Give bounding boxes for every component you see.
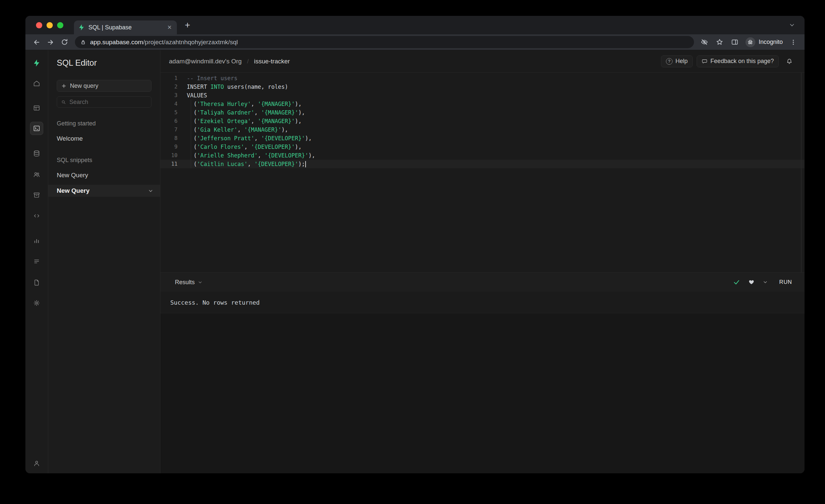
url-text: app.supabase.com/project/azahtnhqohyjerz…	[90, 39, 238, 46]
chevron-down-icon[interactable]	[789, 22, 795, 28]
sidebar-item-new-query[interactable]: New Query	[48, 170, 160, 181]
eye-off-icon[interactable]	[698, 35, 711, 49]
sidebar-item-new-query-selected[interactable]: New Query	[48, 185, 160, 197]
new-query-button-label: New query	[70, 82, 98, 89]
breadcrumb-project[interactable]: issue-tracker	[254, 58, 290, 65]
results-bar: Results RUN	[160, 272, 805, 292]
plus-icon	[61, 83, 67, 89]
logs-icon[interactable]	[30, 255, 43, 268]
back-button[interactable]	[30, 35, 43, 49]
edge-functions-icon[interactable]	[30, 209, 43, 222]
code-line[interactable]: 9 ('Carlo Flores', '{DEVELOPER}'),	[160, 143, 805, 151]
help-button-label: Help	[676, 58, 688, 65]
code-line[interactable]: 10 ('Arielle Shepherd', '{DEVELOPER}'),	[160, 151, 805, 160]
incognito-badge[interactable]: Incognito	[745, 37, 783, 47]
editor-scrollbar[interactable]	[801, 73, 802, 272]
main-content: adam@windmill.dev's Org / issue-tracker …	[160, 50, 805, 473]
code-line[interactable]: 5 ('Taliyah Gardner', '{MANAGER}'),	[160, 108, 805, 117]
sidebar: SQL Editor New query Getting started Wel…	[48, 50, 160, 473]
new-tab-button[interactable]: +	[182, 19, 193, 31]
chevron-down-icon[interactable]	[148, 188, 153, 194]
address-bar[interactable]: app.supabase.com/project/azahtnhqohyjerz…	[75, 36, 694, 48]
account-icon[interactable]	[30, 457, 43, 470]
indent-guide	[191, 100, 191, 168]
content-header: adam@windmill.dev's Org / issue-tracker …	[160, 50, 805, 73]
auth-users-icon[interactable]	[30, 168, 43, 181]
search-icon	[61, 99, 66, 105]
search-box[interactable]	[57, 96, 151, 107]
code-line[interactable]: 4 ('Theresa Hurley', '{MANAGER}'),	[160, 100, 805, 108]
results-message: Success. No rows returned	[160, 292, 805, 313]
incognito-label: Incognito	[759, 39, 783, 46]
tab-close-icon[interactable]: ×	[166, 23, 173, 32]
lock-icon	[80, 39, 86, 45]
breadcrumb-org[interactable]: adam@windmill.dev's Org	[169, 58, 241, 65]
supabase-logo-icon[interactable]	[30, 57, 43, 70]
nav-rail	[25, 50, 48, 473]
section-sql-snippets: SQL snippets	[57, 157, 151, 164]
empty-area	[160, 313, 805, 473]
breadcrumb: adam@windmill.dev's Org / issue-tracker	[169, 58, 290, 65]
sidebar-item-welcome[interactable]: Welcome	[48, 133, 160, 144]
breadcrumb-separator: /	[247, 58, 248, 65]
sql-code-editor[interactable]: 1-- Insert users2INSERT INTO users(name,…	[160, 73, 805, 272]
docs-icon[interactable]	[30, 276, 43, 289]
code-line[interactable]: 2INSERT INTO users(name, roles)	[160, 82, 805, 91]
code-line[interactable]: 11 ('Caitlin Lucas', '{DEVELOPER}');	[160, 160, 805, 168]
feedback-button-label: Feedback on this page?	[710, 58, 774, 65]
database-icon[interactable]	[30, 147, 43, 160]
selected-query-label: New Query	[57, 187, 89, 195]
tab-title: SQL | Supabase	[88, 24, 163, 31]
code-lines: 1-- Insert users2INSERT INTO users(name,…	[160, 74, 805, 168]
results-label: Results	[175, 279, 195, 286]
run-button[interactable]: RUN	[776, 277, 795, 287]
supabase-app: SQL Editor New query Getting started Wel…	[25, 50, 805, 473]
tab-sql-supabase[interactable]: SQL | Supabase ×	[74, 20, 177, 34]
incognito-spy-icon	[745, 37, 755, 47]
forward-button[interactable]	[44, 35, 57, 49]
side-panel-icon[interactable]	[728, 35, 742, 49]
page-title: SQL Editor	[57, 58, 97, 68]
success-check-icon	[733, 279, 740, 286]
code-line[interactable]: 1-- Insert users	[160, 74, 805, 82]
sql-editor-icon[interactable]	[30, 122, 43, 135]
url-path: /project/azahtnhqohyjerzaxtmk/sql	[143, 39, 238, 46]
results-toggle[interactable]: Results	[175, 279, 203, 286]
reports-icon[interactable]	[30, 234, 43, 247]
help-button[interactable]: ? Help	[661, 56, 693, 67]
code-line[interactable]: 7 ('Gia Keller', '{MANAGER}'),	[160, 126, 805, 134]
run-options-chevron-icon[interactable]	[763, 280, 768, 285]
close-window-button[interactable]	[36, 22, 42, 28]
chevron-down-icon	[198, 280, 203, 285]
reload-button[interactable]	[58, 35, 71, 49]
table-editor-icon[interactable]	[30, 101, 43, 115]
notifications-bell-icon[interactable]	[783, 55, 796, 68]
browser-window: SQL | Supabase × + app.supabase.com/proj…	[25, 16, 805, 473]
code-line[interactable]: 3VALUES	[160, 91, 805, 100]
section-getting-started: Getting started	[57, 120, 151, 127]
minimize-window-button[interactable]	[47, 22, 53, 28]
url-domain: app.supabase.com	[90, 39, 143, 46]
help-icon: ?	[666, 58, 673, 65]
settings-gear-icon[interactable]	[30, 296, 43, 309]
zoom-window-button[interactable]	[57, 22, 63, 28]
traffic-lights	[36, 22, 63, 28]
home-icon[interactable]	[30, 77, 43, 90]
feedback-button[interactable]: Feedback on this page?	[697, 56, 779, 67]
bookmark-star-icon[interactable]	[713, 35, 726, 49]
tab-strip: SQL | Supabase × +	[25, 16, 805, 34]
code-line[interactable]: 8 ('Jefferson Pratt', '{DEVELOPER}'),	[160, 134, 805, 143]
speech-bubble-icon	[701, 58, 707, 64]
supabase-favicon-icon	[78, 24, 85, 31]
new-query-button[interactable]: New query	[57, 80, 151, 92]
storage-icon[interactable]	[30, 189, 43, 202]
browser-toolbar: app.supabase.com/project/azahtnhqohyjerz…	[25, 34, 805, 50]
kebab-menu-icon[interactable]	[787, 35, 800, 49]
favorite-heart-icon[interactable]	[748, 279, 755, 286]
text-cursor	[305, 161, 306, 167]
code-line[interactable]: 6 ('Ezekiel Ortega', '{MANAGER}'),	[160, 117, 805, 126]
search-input[interactable]	[69, 99, 147, 105]
